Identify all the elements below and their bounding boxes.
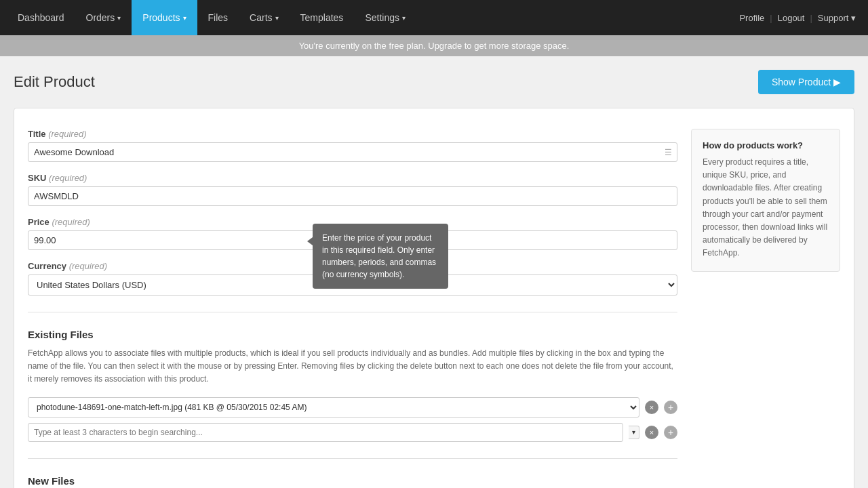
sku-label: SKU (required): [28, 173, 677, 183]
orders-arrow-icon: ▾: [117, 14, 121, 22]
sku-group: SKU (required): [28, 173, 677, 206]
file-remove-button-2[interactable]: ×: [645, 426, 658, 439]
nav-item-files[interactable]: Files: [197, 0, 239, 35]
form-card: Title (required) ☰ SKU (required): [14, 108, 854, 488]
form-left: Title (required) ☰ SKU (required): [28, 129, 677, 488]
title-label: Title (required): [28, 129, 677, 139]
file-dropdown-arrow[interactable]: ▾: [629, 426, 639, 439]
title-input-wrapper: ☰: [28, 142, 677, 162]
help-text: Every product requires a title, unique S…: [703, 156, 829, 260]
existing-files-desc: FetchApp allows you to associate files w…: [28, 347, 677, 386]
support-link[interactable]: Support ▾: [812, 13, 861, 23]
logout-link[interactable]: Logout: [772, 13, 810, 23]
nav-item-orders[interactable]: Orders▾: [75, 0, 132, 35]
currency-required-note: (required): [69, 261, 107, 271]
files-divider: [28, 312, 677, 312]
file-search-input[interactable]: [28, 423, 623, 442]
form-right: How do products work? Every product requ…: [691, 129, 840, 488]
show-product-button[interactable]: Show Product ▶: [758, 70, 854, 94]
file-row-1: photodune-148691-one-match-left-m.jpg (4…: [28, 397, 677, 418]
form-layout: Title (required) ☰ SKU (required): [28, 129, 840, 488]
nav-right: Profile | Logout | Support ▾: [734, 13, 861, 23]
file-row-2: ▾ × +: [28, 423, 677, 442]
nav-items: Dashboard Orders▾ Products▾ Files Carts▾…: [7, 0, 734, 35]
existing-files-title: Existing Files: [28, 329, 677, 340]
nav-item-dashboard[interactable]: Dashboard: [7, 0, 75, 35]
help-title: How do products work?: [703, 140, 829, 150]
navbar: Dashboard Orders▾ Products▾ Files Carts▾…: [0, 0, 868, 35]
products-arrow-icon: ▾: [183, 14, 186, 22]
profile-link[interactable]: Profile: [734, 13, 770, 23]
nav-item-products[interactable]: Products▾: [132, 0, 197, 35]
price-group: Price (required) Enter the price of your…: [28, 217, 677, 250]
sku-input[interactable]: [28, 186, 677, 206]
title-required-note: (required): [48, 129, 86, 139]
new-files-divider: [28, 458, 677, 459]
main-content: Edit Product Show Product ▶ Title (requi…: [0, 56, 868, 488]
new-files-section: New Files Click the following button to …: [28, 475, 677, 488]
nav-item-templates[interactable]: Templates: [290, 0, 355, 35]
new-files-title: New Files: [28, 475, 677, 487]
price-tooltip: Enter the price of your product in this …: [313, 224, 448, 289]
page-header: Edit Product Show Product ▶: [14, 70, 854, 94]
help-box: How do products work? Every product requ…: [691, 129, 840, 272]
carts-arrow-icon: ▾: [275, 14, 279, 22]
file-add-button-2[interactable]: +: [664, 426, 677, 439]
file-add-button-1[interactable]: +: [664, 401, 677, 414]
page-title: Edit Product: [14, 73, 95, 91]
sku-required-note: (required): [49, 173, 87, 183]
settings-arrow-icon: ▾: [402, 14, 406, 22]
file-select-1[interactable]: photodune-148691-one-match-left-m.jpg (4…: [28, 397, 639, 418]
existing-files-section: Existing Files FetchApp allows you to as…: [28, 329, 677, 442]
title-group: Title (required) ☰: [28, 129, 677, 162]
file-remove-button-1[interactable]: ×: [645, 401, 658, 414]
nav-item-carts[interactable]: Carts▾: [239, 0, 289, 35]
price-required-note: (required): [52, 217, 90, 227]
price-wrapper: Enter the price of your product in this …: [28, 230, 677, 250]
text-align-icon: ☰: [665, 148, 672, 157]
upgrade-banner: You're currently on the free plan. Upgra…: [0, 35, 868, 56]
nav-item-settings[interactable]: Settings▾: [354, 0, 416, 35]
title-input[interactable]: [28, 142, 677, 162]
